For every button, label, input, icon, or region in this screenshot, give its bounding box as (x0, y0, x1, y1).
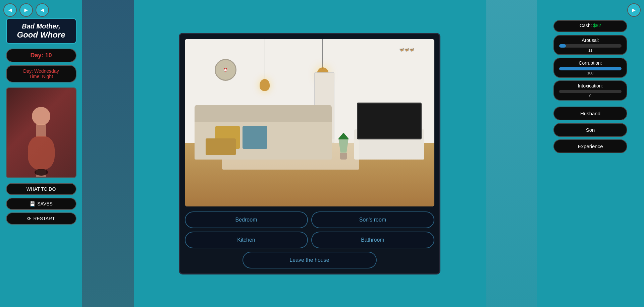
arousal-value: 11 (559, 48, 622, 52)
lr-butterflies-decor: 🦋🦋🦋 (399, 47, 414, 52)
corruption-stat-row: Corruption: 100 (553, 58, 627, 78)
son-relation-button[interactable]: Son (553, 123, 627, 137)
arousal-label: Arousal: (559, 38, 622, 43)
game-logo: Bad Mother, Good Whore (6, 18, 76, 44)
game-title-line2: Good Whore (12, 30, 71, 40)
corruption-bar-bg (559, 67, 622, 70)
lr-pendant-wire1 (265, 39, 265, 81)
right-nav-arrow[interactable]: ► (627, 3, 641, 17)
lr-wall-clock: ⏰ (215, 59, 236, 81)
cash-label: Cash: $82 (559, 23, 622, 28)
sons-room-button[interactable]: Son's room (311, 211, 434, 228)
lr-tv (357, 103, 422, 139)
lr-sofa (195, 118, 332, 160)
relations-section: Husband Son Experience (540, 107, 641, 156)
living-room-scene: ⏰ (185, 39, 434, 206)
restart-button[interactable]: ⟳ RESTART (6, 212, 76, 225)
lr-sofa-back (195, 105, 332, 122)
what-to-do-button[interactable]: WHAT TO DO (6, 183, 76, 195)
day-number-label: Day: 10 (12, 52, 71, 59)
day-value: 10 (45, 52, 52, 59)
corruption-label: Corruption: (559, 60, 622, 66)
intoxication-bar-bg (559, 90, 622, 93)
lr-pendant-wire2 (322, 39, 323, 69)
time-line: Time: Night (12, 74, 71, 79)
cash-stat-row: Cash: $82 (553, 20, 627, 32)
cash-value: $82 (593, 23, 601, 28)
leave-house-container: Leave the house (185, 252, 434, 268)
bedroom-button[interactable]: Bedroom (185, 211, 308, 228)
saves-button[interactable]: 💾 SAVES (6, 198, 76, 210)
arousal-stat-row: Arousal: 11 (553, 35, 627, 55)
arousal-bar-fill (559, 44, 566, 48)
action-buttons-grid: Bedroom Son's room Kitchen Bathroom (185, 211, 434, 248)
game-title-line1: Bad Mother, (12, 22, 71, 30)
day-number-box: Day: 10 (6, 49, 76, 62)
husband-relation-button[interactable]: Husband (553, 107, 627, 120)
back-arrow-button[interactable]: ◄ (3, 3, 17, 17)
restart-icon: ⟳ (27, 216, 31, 221)
intoxication-value: 0 (559, 94, 622, 98)
corruption-value: 100 (559, 71, 622, 75)
nav-arrows: ◄ ► ◄ (3, 3, 49, 17)
main-area: re ⏰ (82, 0, 537, 307)
forward-arrow-button[interactable]: ► (19, 3, 33, 17)
lr-cushion-floor (206, 138, 236, 155)
day-name-line: Day: Wednesday (12, 68, 71, 74)
bathroom-button[interactable]: Bathroom (311, 232, 434, 248)
day-name-value: Wednesday (34, 68, 59, 74)
intoxication-label: Intoxication: (559, 83, 622, 88)
lr-pendant-lamp1 (260, 79, 270, 91)
character-portrait (6, 87, 76, 178)
intoxication-stat-row: Intoxication: 0 (553, 80, 627, 101)
right-sidebar: ► Cash: $82 Arousal: 11 Corruption: 100 … (537, 0, 644, 307)
left-sidebar: ◄ ► ◄ Bad Mother, Good Whore Day: 10 Day… (0, 0, 82, 307)
portrait-image (7, 88, 76, 177)
game-window: ⏰ (179, 33, 440, 274)
saves-icon: 💾 (30, 201, 35, 206)
day-details-box: Day: Wednesday Time: Night (6, 65, 76, 82)
scene-image: ⏰ (185, 39, 434, 206)
left-nav-button[interactable]: ◄ (36, 3, 49, 17)
experience-relation-button[interactable]: Experience (553, 139, 627, 153)
corruption-bar-fill (559, 67, 622, 70)
kitchen-button[interactable]: Kitchen (185, 232, 308, 248)
arousal-bar-bg (559, 44, 622, 48)
leave-house-button[interactable]: Leave the house (243, 252, 377, 268)
lr-cushion-teal (243, 126, 267, 149)
time-value: Night (42, 74, 53, 79)
